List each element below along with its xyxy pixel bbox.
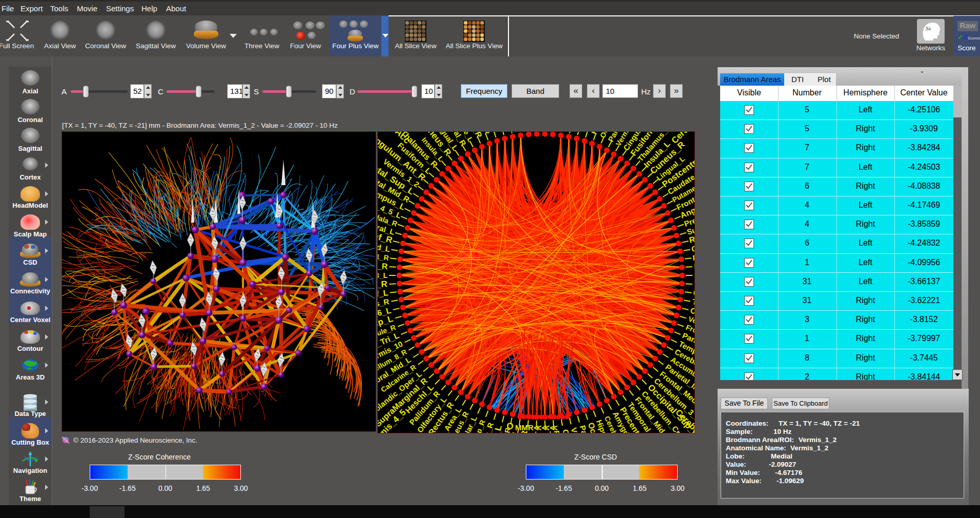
svg-text:O: O — [506, 421, 514, 431]
svg-text:Heschl_L: Heschl_L — [693, 260, 695, 271]
svg-text:Sx: Sx — [926, 25, 931, 31]
svg-text:Cerebellum_3_L: Cerebellum_3_L — [378, 271, 387, 280]
svg-text:MMR≪≪≪: MMR≪≪≪ — [515, 423, 558, 432]
